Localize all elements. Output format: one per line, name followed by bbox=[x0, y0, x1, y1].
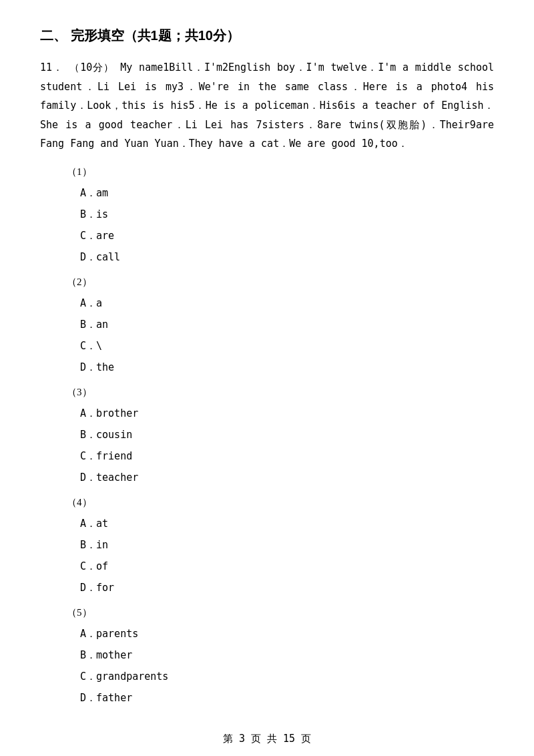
question-score: （10分） bbox=[69, 61, 113, 73]
option-5-c: C．grandparents bbox=[80, 669, 494, 685]
option-2-b: B．an bbox=[80, 317, 494, 333]
option-4-d: D．for bbox=[80, 580, 494, 596]
option-3-d: D．teacher bbox=[80, 469, 494, 486]
passage-text: My name1Bill．I'm2English boy．I'm twelve．… bbox=[40, 61, 494, 150]
option-5-b: B．mother bbox=[80, 647, 494, 663]
sub-question-label-4: （4） bbox=[67, 496, 494, 509]
option-2-d: D．the bbox=[80, 359, 494, 375]
section-title: 二、 完形填空（共1题；共10分） bbox=[40, 27, 494, 45]
option-5-a: A．parents bbox=[80, 626, 494, 642]
question-number: 11． bbox=[40, 61, 63, 73]
option-3-c: C．friend bbox=[80, 448, 494, 464]
sub-question-label-1: （1） bbox=[67, 166, 494, 178]
option-1-b: B．is bbox=[80, 206, 494, 222]
option-3-a: A．brother bbox=[80, 405, 494, 421]
option-4-a: A．at bbox=[80, 516, 494, 532]
sub-question-label-2: （2） bbox=[67, 276, 494, 289]
option-5-d: D．father bbox=[80, 690, 494, 706]
option-1-c: C．are bbox=[80, 228, 494, 244]
question-passage: 11． （10分） My name1Bill．I'm2English boy．I… bbox=[40, 58, 494, 154]
option-4-b: B．in bbox=[80, 537, 494, 553]
page-footer: 第 3 页 共 15 页 bbox=[40, 733, 494, 745]
sub-question-label-3: （3） bbox=[67, 386, 494, 399]
option-1-a: A．am bbox=[80, 185, 494, 201]
option-2-a: A．a bbox=[80, 295, 494, 311]
option-4-c: C．of bbox=[80, 558, 494, 574]
option-3-b: B．cousin bbox=[80, 427, 494, 443]
option-1-d: D．call bbox=[80, 249, 494, 265]
option-2-c: C．\ bbox=[80, 338, 494, 354]
sub-question-label-5: （5） bbox=[67, 606, 494, 619]
